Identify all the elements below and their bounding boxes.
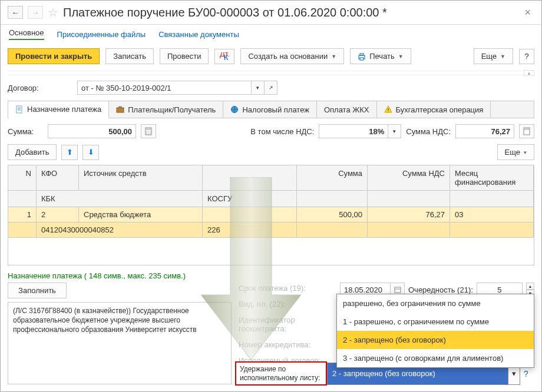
nds-rate-dropdown[interactable]: ▾ [388, 124, 401, 138]
calculator-icon [145, 127, 152, 135]
table-row[interactable]: 04120430000040852 226 [8, 222, 534, 238]
dropdown-option[interactable]: 2 - запрещено (без оговорок) [337, 331, 534, 349]
contract-open-button[interactable]: ↗ [265, 81, 277, 95]
post-and-close-button[interactable]: Провести и закрыть [8, 48, 100, 64]
link-files[interactable]: Присоединенные файлы [57, 30, 146, 39]
col-kbk: КБК [37, 191, 203, 207]
purpose-textarea[interactable]: (Л/С 31676Г88400 (в казначействе)) Госуд… [8, 302, 232, 384]
svg-text:Кт: Кт [224, 53, 229, 61]
withholding-help[interactable]: ? [524, 369, 534, 378]
dtkt-button[interactable]: ДтКт [214, 49, 234, 64]
window: ← → ☆ Платежное поручение БУ00-000003 от… [0, 0, 542, 392]
tab-payer[interactable]: Плательщик/Получатель [109, 101, 223, 118]
svg-point-20 [148, 133, 148, 134]
print-label: Печать [369, 52, 395, 61]
document-icon [15, 105, 24, 114]
withholding-label: Удержание по исполнительному листу: [235, 361, 327, 386]
table-more-label: Еще [505, 148, 520, 157]
sum-row: Сумма: 500,00 В том числе НДС: 18% ▾ Сум… [1, 118, 541, 142]
main-toolbar: Провести и закрыть Записать Провести ДтК… [1, 46, 541, 70]
tab-payer-label: Плательщик/Получатель [128, 105, 216, 114]
print-button[interactable]: Печать▼ [350, 48, 411, 64]
col-src: Источник средств [79, 165, 203, 191]
cell-n: 1 [8, 207, 37, 222]
nds-sum-input[interactable]: 76,27 [455, 124, 514, 138]
contract-row: Договор: от - № 350-10-2019-002/1 ▾ ↗ [1, 78, 541, 97]
cell-kbk: 04120430000040852 [37, 222, 203, 238]
close-button[interactable]: × [521, 6, 534, 19]
more-button[interactable]: Еще▼ [474, 48, 513, 64]
label-vid: Вид. пл. (22): [239, 300, 333, 308]
nav-back-button[interactable]: ← [8, 6, 23, 19]
svg-rect-15 [146, 128, 151, 130]
withholding-value: 2 - запрещено (без оговорок) [332, 369, 435, 378]
scroll-up-icon[interactable]: ▲ [524, 70, 534, 76]
tab-accounting[interactable]: Бухгалтерская операция [377, 101, 491, 118]
globe-icon [230, 105, 239, 114]
cell-month: 03 [450, 207, 534, 222]
cell-sum: 500,00 [297, 207, 368, 222]
scroll-indicator: ▲ [1, 70, 541, 78]
col-kosgu: КОСГУ [203, 191, 297, 207]
nds-rate-input[interactable]: 18% [319, 124, 388, 138]
save-button[interactable]: Записать [105, 48, 154, 64]
post-button[interactable]: Провести [160, 48, 209, 64]
cell-kosgu: 226 [203, 222, 297, 238]
svg-point-13 [388, 111, 388, 112]
svg-rect-4 [360, 58, 363, 60]
cell-nds: 76,27 [368, 207, 450, 222]
tab-purpose-label: Назначение платежа [27, 105, 101, 114]
contract-input[interactable]: от - № 350-10-2019-002/1 [77, 81, 252, 95]
withholding-dropdown: разрешено, без ограничения по сумме 1 - … [336, 294, 534, 368]
label-ident: Идентификатор госконтракта: [239, 315, 333, 333]
sum-input[interactable]: 500,00 [48, 124, 136, 138]
sum-label: Сумма: [8, 127, 43, 136]
favorite-star-icon[interactable]: ☆ [48, 5, 58, 19]
svg-rect-3 [360, 54, 363, 55]
sum-calculator-button[interactable] [141, 124, 156, 138]
col-sum: Сумма [297, 165, 368, 191]
link-main[interactable]: Основное [9, 28, 44, 40]
tab-tax[interactable]: Налоговый платеж [223, 101, 317, 118]
col-n: N [8, 165, 37, 191]
contract-dropdown-button[interactable]: ▾ [252, 81, 265, 95]
link-related[interactable]: Связанные документы [158, 30, 239, 39]
titlebar: ← → ☆ Платежное поручение БУ00-000003 от… [1, 1, 541, 25]
move-down-button[interactable]: ⬇ [82, 145, 99, 160]
nds-calculator-button[interactable] [519, 124, 534, 138]
svg-point-21 [150, 133, 150, 134]
dropdown-option[interactable]: разрешено, без ограничения по сумме [337, 294, 534, 313]
fill-button[interactable]: Заполнить [8, 283, 67, 298]
svg-point-19 [146, 133, 147, 134]
table-more-button[interactable]: Еще▾ [497, 144, 534, 160]
table-subheader: КБК КОСГУ [8, 191, 534, 207]
tab-accounting-label: Бухгалтерская операция [396, 105, 484, 114]
tab-zhkh[interactable]: Оплата ЖКХ [317, 101, 377, 118]
create-on-basis-button[interactable]: Создать на основании▼ [240, 48, 344, 64]
add-row-button[interactable]: Добавить [8, 144, 57, 160]
tab-zhkh-label: Оплата ЖКХ [324, 105, 369, 114]
dropdown-option[interactable]: 1 - разрешено, с ограничением по сумме [337, 313, 534, 331]
svg-point-16 [146, 131, 147, 132]
warning-icon [384, 105, 392, 114]
more-label: Еще [481, 52, 497, 61]
calculator-icon [523, 127, 530, 135]
move-up-button[interactable]: ⬆ [61, 145, 78, 160]
dropdown-option[interactable]: 3 - запрещено (с оговорками для алименто… [337, 349, 534, 367]
help-button[interactable]: ? [519, 49, 534, 64]
tabs: Назначение платежа Плательщик/Получатель… [8, 101, 534, 118]
printer-icon [358, 52, 366, 61]
briefcase-icon [116, 105, 124, 114]
table-row[interactable]: 1 2 Средства бюджета 500,00 76,27 03 [8, 207, 534, 222]
dtkt-icon: ДтКт [220, 52, 229, 61]
svg-rect-5 [16, 106, 22, 113]
nav-forward-button[interactable]: → [28, 6, 43, 19]
svg-point-18 [150, 131, 150, 132]
table-toolbar: Добавить ⬆ ⬇ Еще▾ [1, 142, 541, 162]
document-links: Основное Присоединенные файлы Связанные … [1, 25, 541, 46]
svg-rect-23 [524, 128, 529, 130]
col-month: Месяц финансирования [450, 165, 534, 191]
tab-purpose[interactable]: Назначение платежа [8, 101, 109, 118]
create-on-basis-label: Создать на основании [248, 52, 328, 61]
label-term: Срок платежа (19): [239, 284, 333, 293]
